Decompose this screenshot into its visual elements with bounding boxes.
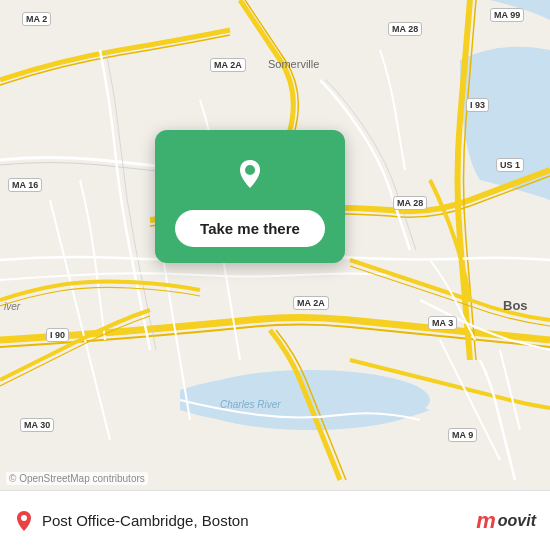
svg-text:Charles River: Charles River: [220, 399, 281, 410]
moovit-m: m: [476, 508, 496, 534]
badge-ma99: MA 99: [490, 8, 524, 22]
badge-ma16: MA 16: [8, 178, 42, 192]
location-icon: [14, 509, 34, 533]
badge-ma2a-mid: MA 2A: [293, 296, 329, 310]
take-me-there-button[interactable]: Take me there: [175, 210, 325, 247]
moovit-logo: m oovit: [476, 508, 536, 534]
svg-text:Somerville: Somerville: [268, 58, 319, 70]
location-pin-icon: [224, 148, 276, 200]
badge-ma9: MA 9: [448, 428, 477, 442]
badge-ma2a-top: MA 2A: [210, 58, 246, 72]
moovit-text: oovit: [498, 512, 536, 530]
svg-text:iver: iver: [4, 301, 21, 312]
bottom-bar: Post Office-Cambridge, Boston m oovit: [0, 490, 550, 550]
copyright-text: © OpenStreetMap contributors: [6, 472, 148, 485]
badge-ma2: MA 2: [22, 12, 51, 26]
location-label: Post Office-Cambridge, Boston: [42, 512, 248, 529]
svg-text:Bos: Bos: [503, 298, 528, 313]
map-container: Charles River Somerville Bos iver MA 2 M…: [0, 0, 550, 490]
badge-ma3: MA 3: [428, 316, 457, 330]
badge-ma30: MA 30: [20, 418, 54, 432]
badge-i93: I 93: [466, 98, 489, 112]
badge-us1: US 1: [496, 158, 524, 172]
svg-point-8: [21, 515, 27, 521]
svg-point-7: [245, 165, 255, 175]
card-overlay: Take me there: [155, 130, 345, 263]
badge-ma28-top: MA 28: [388, 22, 422, 36]
badge-i90: I 90: [46, 328, 69, 342]
badge-ma28-mid: MA 28: [393, 196, 427, 210]
